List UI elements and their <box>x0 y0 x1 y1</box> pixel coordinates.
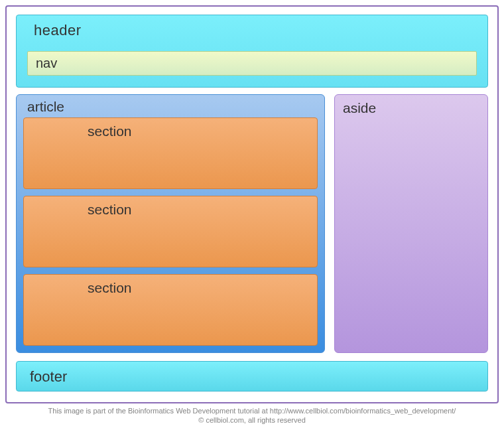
article-region: article section section section <box>16 94 325 353</box>
aside-region: aside <box>334 94 488 353</box>
attribution-line1: This image is part of the Bioinformatics… <box>5 406 499 415</box>
header-region: header nav <box>16 15 488 88</box>
attribution-line2: © cellbiol.com, all rights reserved <box>5 415 499 425</box>
section-label: section <box>88 202 132 217</box>
footer-region: footer <box>16 361 488 392</box>
sections-container: section section section <box>23 117 318 346</box>
diagram-frame: header nav article section section secti… <box>5 5 499 403</box>
footer-label: footer <box>30 368 67 385</box>
main-row: article section section section aside <box>16 94 488 353</box>
article-label: article <box>23 99 318 115</box>
header-label: header <box>27 22 477 39</box>
section-region: section <box>23 274 318 346</box>
section-region: section <box>23 196 318 267</box>
nav-region: nav <box>27 51 477 76</box>
section-region: section <box>23 117 318 189</box>
section-label: section <box>88 280 132 295</box>
aside-label: aside <box>343 100 376 115</box>
attribution-text: This image is part of the Bioinformatics… <box>5 406 499 425</box>
nav-label: nav <box>36 56 57 70</box>
section-label: section <box>88 123 132 139</box>
